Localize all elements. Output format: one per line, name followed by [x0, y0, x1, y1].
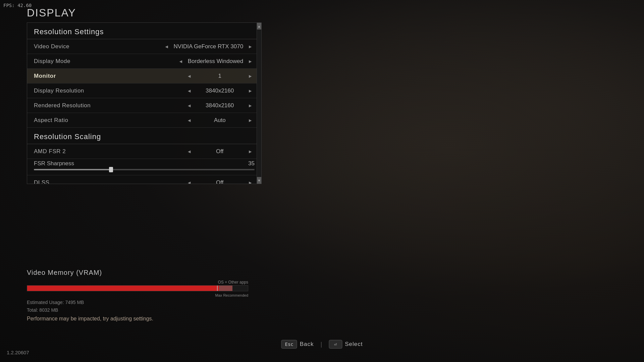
video-device-right-arrow[interactable]: ► [246, 43, 255, 50]
display-resolution-left-arrow[interactable]: ◄ [185, 87, 194, 94]
display-resolution-control: ◄ 3840x2160 ► [185, 87, 255, 94]
display-resolution-label: Display Resolution [34, 87, 185, 94]
setting-row-monitor[interactable]: Monitor ◄ 1 ► [27, 69, 261, 83]
settings-panel: Resolution Settings Video Device ◄ NVIDI… [27, 22, 262, 184]
display-mode-right-arrow[interactable]: ► [246, 58, 255, 65]
os-other-label: OS + Other apps [218, 280, 248, 285]
display-resolution-right-arrow[interactable]: ► [246, 87, 255, 94]
amd-fsr2-value: Off [196, 148, 243, 155]
display-mode-label: Display Mode [34, 58, 176, 65]
rendered-resolution-right-arrow[interactable]: ► [246, 102, 255, 109]
display-resolution-value: 3840x2160 [196, 87, 243, 94]
amd-fsr2-right-arrow[interactable]: ► [246, 148, 255, 155]
video-device-value: NVIDIA GeForce RTX 3070 [174, 43, 244, 50]
rendered-resolution-left-arrow[interactable]: ◄ [185, 102, 194, 109]
aspect-ratio-control: ◄ Auto ► [185, 117, 255, 124]
back-label: Back [300, 341, 314, 348]
page-title: Display [27, 7, 262, 19]
aspect-ratio-right-arrow[interactable]: ► [246, 117, 255, 124]
back-key-badge: Esc [281, 340, 297, 349]
setting-row-aspect-ratio[interactable]: Aspect Ratio ◄ Auto ► [27, 113, 261, 128]
vram-total: Total: 8032 MB [27, 306, 248, 314]
fsr-sharpness-header: FSR Sharpness 35 [34, 160, 255, 167]
fsr-sharpness-track[interactable] [34, 169, 255, 170]
dlss-control: ◄ Off ► [185, 179, 255, 184]
setting-row-amd-fsr2[interactable]: AMD FSR 2 ◄ Off ► [27, 144, 261, 159]
select-key-badge: ⏎ [329, 340, 342, 349]
fsr-sharpness-row: FSR Sharpness 35 [27, 159, 261, 175]
dlss-label: DLSS [34, 179, 185, 184]
setting-row-rendered-resolution[interactable]: Rendered Resolution ◄ 3840x2160 ► [27, 98, 261, 113]
monitor-value: 1 [196, 73, 243, 79]
max-recommended-label: Max Recommended [215, 293, 248, 297]
monitor-right-arrow[interactable]: ► [246, 73, 255, 79]
vram-bar-container [27, 285, 248, 291]
vram-max-recommended-marker [217, 286, 218, 291]
fsr-sharpness-value: 35 [248, 160, 255, 167]
fsr-sharpness-fill [34, 169, 111, 170]
fsr-sharpness-label: FSR Sharpness [34, 160, 74, 167]
vram-estimated-usage: Estimated Usage: 7495 MB [27, 299, 248, 306]
rendered-resolution-label: Rendered Resolution [34, 102, 185, 109]
select-label: Select [345, 341, 363, 348]
vram-bar-used [27, 286, 219, 291]
section-resolution-settings: Resolution Settings [27, 23, 261, 39]
display-mode-value: Borderless Windowed [188, 58, 243, 65]
settings-scroll: Resolution Settings Video Device ◄ NVIDI… [27, 23, 261, 184]
scroll-up-arrow[interactable]: ▲ [257, 23, 261, 29]
video-device-label: Video Device [34, 43, 162, 50]
section-resolution-scaling: Resolution Scaling [27, 128, 261, 144]
select-button[interactable]: ⏎ Select [329, 340, 363, 349]
display-mode-control: ◄ Borderless Windowed ► [176, 58, 255, 65]
aspect-ratio-value: Auto [196, 117, 243, 124]
dlss-value: Off [196, 179, 243, 184]
video-device-control: ◄ NVIDIA GeForce RTX 3070 ► [162, 43, 255, 50]
dlss-right-arrow[interactable]: ► [246, 179, 255, 184]
setting-row-display-resolution[interactable]: Display Resolution ◄ 3840x2160 ► [27, 83, 261, 98]
dlss-left-arrow[interactable]: ◄ [185, 179, 194, 184]
display-mode-left-arrow[interactable]: ◄ [176, 58, 185, 65]
scroll-down-arrow[interactable]: ▼ [257, 177, 261, 184]
setting-row-dlss[interactable]: DLSS ◄ Off ► [27, 175, 261, 184]
setting-row-display-mode[interactable]: Display Mode ◄ Borderless Windowed ► [27, 54, 261, 69]
monitor-left-arrow[interactable]: ◄ [185, 73, 194, 79]
rendered-resolution-control: ◄ 3840x2160 ► [185, 102, 255, 109]
amd-fsr2-control: ◄ Off ► [185, 148, 255, 155]
vram-title: Video Memory (VRAM) [27, 269, 248, 277]
aspect-ratio-label: Aspect Ratio [34, 117, 185, 124]
vram-bar-other [219, 286, 232, 291]
setting-row-video-device[interactable]: Video Device ◄ NVIDIA GeForce RTX 3070 ► [27, 39, 261, 54]
amd-fsr2-left-arrow[interactable]: ◄ [185, 148, 194, 155]
aspect-ratio-left-arrow[interactable]: ◄ [185, 117, 194, 124]
controls-separator: | [321, 341, 322, 348]
fsr-sharpness-thumb[interactable] [109, 167, 113, 172]
monitor-control: ◄ 1 ► [185, 73, 255, 79]
scrollbar[interactable]: ▲ ▼ [257, 23, 261, 184]
vram-warning: Performance may be impacted, try adjusti… [27, 316, 248, 322]
monitor-label: Monitor [34, 73, 185, 79]
version-label: 1.2.20607 [7, 350, 29, 355]
back-button[interactable]: Esc Back [281, 340, 314, 349]
bottom-controls: Esc Back | ⏎ Select [281, 340, 363, 349]
rendered-resolution-value: 3840x2160 [196, 102, 243, 109]
amd-fsr2-label: AMD FSR 2 [34, 148, 185, 155]
vram-section: Video Memory (VRAM) OS + Other apps Max … [27, 269, 248, 322]
main-panel: Display Resolution Settings Video Device… [27, 7, 262, 184]
video-device-left-arrow[interactable]: ◄ [162, 43, 171, 50]
vram-info: Estimated Usage: 7495 MB Total: 8032 MB [27, 299, 248, 314]
